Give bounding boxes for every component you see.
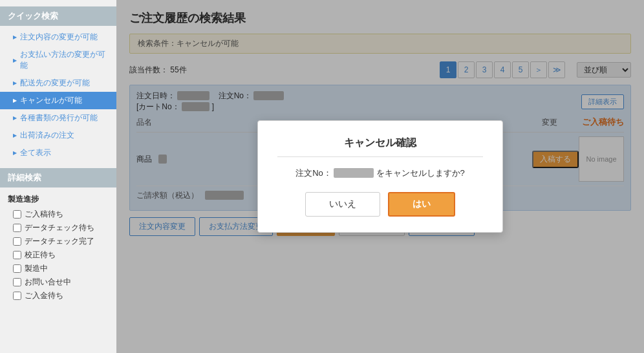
sidebar: クイック検索 注文内容の変更が可能 お支払い方法の変更が可能 配送先の変更が可能…	[0, 0, 116, 353]
checkbox-input-5[interactable]	[13, 278, 21, 286]
checkbox-input-3[interactable]	[13, 251, 21, 259]
checkbox-label-5: お問い合せ中	[25, 277, 71, 288]
sidebar-item-0[interactable]: 注文内容の変更が可能	[0, 28, 116, 46]
checkbox-6[interactable]: ご入金待ち	[0, 289, 116, 303]
checkbox-input-2[interactable]	[13, 237, 21, 246]
sidebar-item-6[interactable]: 全て表示	[0, 144, 116, 162]
modal-order-no	[334, 168, 373, 178]
checkbox-0[interactable]: ご入稿待ち	[0, 208, 116, 221]
checkbox-1[interactable]: データチェック待ち	[0, 221, 116, 235]
modal-buttons: いいえ はい	[277, 192, 483, 217]
sidebar-item-label-0: 注文内容の変更が可能	[20, 32, 98, 43]
manufacturing-label: 製造進捗	[0, 191, 116, 208]
checkbox-input-6[interactable]	[13, 292, 21, 300]
modal-overlay: キャンセル確認 注文No： をキャンセルしますか? いいえ はい	[116, 0, 644, 353]
quick-search-title: クイック検索	[0, 6, 116, 26]
detail-search-title: 詳細検索	[0, 168, 116, 187]
modal-title: キャンセル確認	[277, 136, 483, 157]
checkbox-3[interactable]: 校正待ち	[0, 248, 116, 262]
sidebar-item-label-5: 出荷済みの注文	[20, 130, 74, 141]
sidebar-item-4[interactable]: 各種書類の発行が可能	[0, 109, 116, 127]
sidebar-item-2[interactable]: 配送先の変更が可能	[0, 74, 116, 92]
sidebar-item-5[interactable]: 出荷済みの注文	[0, 127, 116, 144]
sidebar-item-label-6: 全て表示	[20, 147, 51, 158]
checkbox-label-6: ご入金待ち	[25, 290, 63, 301]
checkbox-label-2: データチェック完了	[25, 236, 94, 247]
checkbox-2[interactable]: データチェック完了	[0, 235, 116, 248]
modal-box: キャンセル確認 注文No： をキャンセルしますか? いいえ はい	[257, 120, 503, 233]
checkbox-label-0: ご入稿待ち	[25, 209, 63, 220]
modal-yes-button[interactable]: はい	[388, 192, 455, 217]
sidebar-item-1[interactable]: お支払い方法の変更が可能	[0, 46, 116, 74]
sidebar-item-3[interactable]: キャンセルが可能	[0, 92, 116, 109]
checkbox-input-0[interactable]	[13, 210, 21, 219]
sidebar-item-label-3: キャンセルが可能	[20, 95, 82, 106]
checkbox-input-4[interactable]	[13, 264, 21, 273]
modal-message: 注文No： をキャンセルしますか?	[277, 167, 483, 179]
checkbox-4[interactable]: 製造中	[0, 262, 116, 275]
sidebar-item-label-2: 配送先の変更が可能	[20, 78, 90, 89]
checkbox-label-4: 製造中	[25, 263, 48, 274]
checkbox-5[interactable]: お問い合せ中	[0, 275, 116, 289]
main-content: ご注文履歴の検索結果 検索条件：キャンセルが可能 該当件数： 55件 1 2 3…	[116, 0, 644, 353]
checkbox-label-3: 校正待ち	[25, 250, 56, 261]
sidebar-item-label-1: お支払い方法の変更が可能	[20, 49, 109, 71]
checkbox-input-1[interactable]	[13, 224, 21, 232]
checkbox-label-1: データチェック待ち	[25, 222, 94, 233]
modal-no-button[interactable]: いいえ	[305, 192, 380, 217]
sidebar-item-label-4: 各種書類の発行が可能	[20, 112, 98, 123]
